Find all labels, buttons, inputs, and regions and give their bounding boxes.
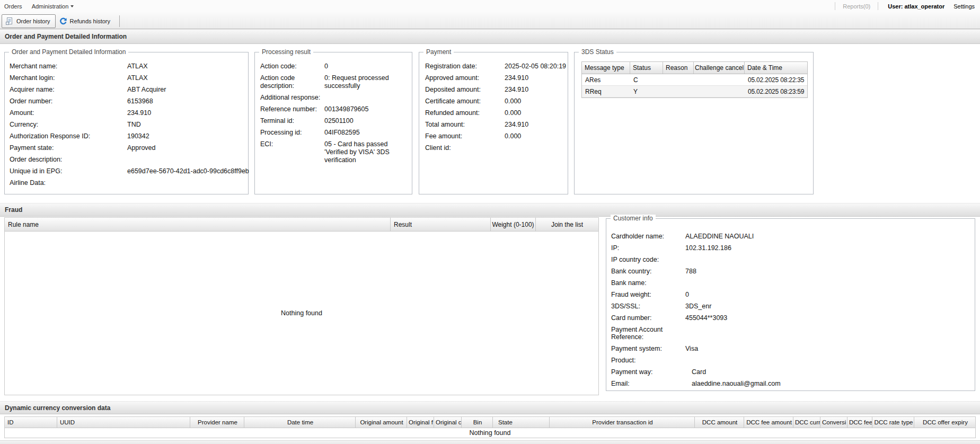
field-row: Order number: 6153968	[10, 97, 244, 105]
column-header[interactable]: Provider name	[190, 417, 244, 428]
page: Orders Administration Reports(0) User: a…	[0, 0, 980, 444]
field-label: Reference number:	[260, 105, 324, 113]
field-value: e659d7ee-5670-42d1-adc0-99cd6c8ff9eb	[127, 167, 249, 175]
field-row: Merchant login: ATLAX	[10, 74, 244, 82]
field-label: Bank name:	[611, 279, 685, 287]
tab-refunds-history[interactable]: Refunds history	[56, 14, 115, 28]
column-header[interactable]: Result	[391, 218, 491, 231]
column-header[interactable]: Weight (0-100)	[491, 218, 536, 231]
document-icon	[5, 17, 14, 25]
column-header[interactable]: Original amount	[356, 417, 407, 428]
column-header[interactable]: UUID	[57, 417, 190, 428]
field-label: Action code description:	[260, 74, 324, 90]
field-row: Action code description: 0: Request proc…	[260, 74, 408, 90]
field-value: 190342	[127, 132, 244, 140]
column-header[interactable]: Reason	[663, 62, 694, 74]
field-value	[685, 357, 970, 364]
field-label: Merchant login:	[10, 74, 127, 82]
column-header[interactable]: Conversi	[820, 417, 847, 428]
empty-placeholder: Nothing found	[470, 429, 511, 437]
field-value: 2025-02-05 08:20:19	[505, 63, 566, 70]
field-row: Airline Data:	[10, 179, 244, 187]
table-cell: RReq	[582, 86, 630, 97]
column-header[interactable]: State	[493, 417, 550, 428]
field-value	[685, 279, 970, 287]
column-header[interactable]: Bin	[462, 417, 493, 428]
field-value: 0: Request processed successfully	[324, 74, 405, 90]
field-row: Bank name:	[611, 279, 970, 287]
section-header-dcc: Dynamic currency conversion data	[0, 401, 980, 414]
field-value: ABT Acquirer	[127, 86, 244, 94]
column-header[interactable]: DCC fee amount	[744, 417, 793, 428]
field-row: Payment Account Reference:	[611, 326, 970, 341]
column-header[interactable]: Status	[630, 62, 663, 74]
field-row: Product:	[611, 357, 970, 364]
field-row: Cardholder name: ALAEDDINE NAOUALI	[611, 233, 970, 240]
menu-reports[interactable]: Reports(0)	[843, 3, 870, 10]
chevron-down-icon	[70, 5, 74, 7]
column-header[interactable]: ID	[5, 417, 57, 428]
column-header[interactable]: DCC amount	[695, 417, 744, 428]
column-header[interactable]: Original f	[407, 417, 434, 428]
field-label: ECI:	[260, 140, 324, 164]
column-header[interactable]: Challenge cancel	[694, 62, 745, 74]
field-row: Terminal id: 02501100	[260, 117, 408, 125]
menubar: Orders Administration Reports(0) User: a…	[0, 0, 980, 12]
field-label: Cardholder name:	[611, 233, 685, 240]
tab-refunds-history-label: Refunds history	[70, 18, 110, 24]
field-label: Authorization Response ID:	[10, 132, 127, 140]
menu-administration-label: Administration	[32, 3, 69, 10]
table-cell: Y	[630, 86, 663, 97]
table-row[interactable]: AResC05.02.2025 08:22:35	[582, 74, 807, 86]
field-row: Action code: 0	[260, 63, 408, 70]
field-row: Reference number: 001349879605	[260, 105, 408, 113]
payment-fieldset: Payment Registration date: 2025-02-05 08…	[419, 52, 568, 194]
field-label: Order description:	[10, 156, 127, 164]
fraud-table-body: Nothing found	[4, 232, 599, 395]
field-value	[685, 256, 970, 263]
tab-order-history-label: Order history	[16, 18, 50, 24]
field-value: 0.000	[505, 132, 563, 140]
field-value: 0.000	[505, 109, 563, 117]
column-header[interactable]: DCC offer expiry	[914, 417, 975, 428]
column-header[interactable]: Message type	[582, 62, 630, 74]
field-label: Action code:	[260, 63, 324, 70]
field-label: Merchant name:	[10, 63, 127, 70]
column-header[interactable]: Provider transaction id	[550, 417, 695, 428]
menu-settings[interactable]: Settings	[953, 3, 975, 10]
field-label: Fraud weight:	[611, 291, 685, 298]
column-header[interactable]: DCC fee	[847, 417, 872, 428]
field-label: Product:	[611, 357, 685, 364]
field-label: Payment state:	[10, 144, 127, 152]
column-header[interactable]: Original c	[434, 417, 462, 428]
field-row: Unique id in EPG: e659d7ee-5670-42d1-adc…	[10, 167, 244, 175]
tab-order-history[interactable]: Order history	[2, 14, 56, 28]
bottom-section-band	[0, 440, 980, 444]
table-cell	[663, 86, 694, 97]
column-header[interactable]: Join the list	[536, 218, 598, 231]
menu-administration[interactable]: Administration	[32, 3, 74, 10]
column-header[interactable]: DCC rate type	[872, 417, 914, 428]
dcc-table-body: Nothing found	[4, 428, 976, 438]
field-label: Payment Account Reference:	[611, 326, 685, 341]
column-header[interactable]: Date time	[244, 417, 356, 428]
field-label: Payment way:	[611, 368, 685, 376]
menu-orders[interactable]: Orders	[4, 3, 22, 10]
fieldset-legend: Processing result	[259, 48, 313, 56]
column-header[interactable]: DCC curr	[793, 417, 820, 428]
table-cell	[694, 74, 745, 85]
column-header[interactable]: Date & Time	[745, 62, 807, 74]
field-label: 3DS/SSL:	[611, 303, 685, 310]
field-row: Merchant name: ATLAX	[10, 63, 244, 70]
field-row: Additional response:	[260, 94, 408, 102]
field-value: alaeddine.naouali@gmail.com	[685, 380, 970, 387]
field-value: 3DS_enr	[685, 303, 970, 310]
field-value: Visa	[685, 345, 970, 352]
field-value: Approved	[127, 144, 244, 152]
field-row: Email: alaeddine.naouali@gmail.com	[611, 380, 970, 387]
field-value: 0	[685, 291, 970, 298]
column-header[interactable]: Rule name	[5, 218, 391, 231]
table-row[interactable]: RReqY05.02.2025 08:23:59	[582, 86, 807, 97]
field-label: Additional response:	[260, 94, 324, 102]
field-row: Authorization Response ID: 190342	[10, 132, 244, 140]
